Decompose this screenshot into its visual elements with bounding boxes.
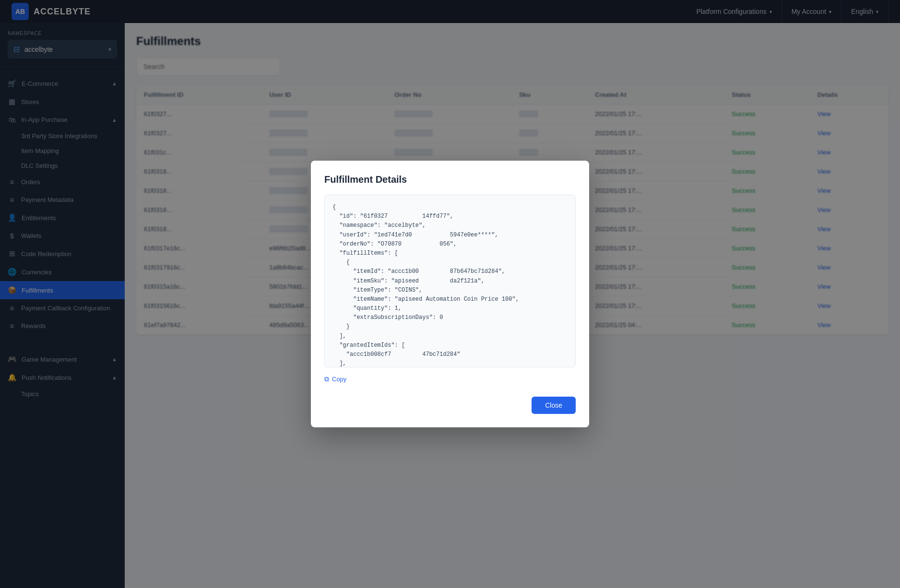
copy-icon: ⧉ [324, 375, 329, 383]
fulfillment-details-modal: Fulfillment Details { "id": "61f0327 14f… [311, 161, 589, 427]
modal-title: Fulfillment Details [324, 174, 576, 185]
copy-button[interactable]: ⧉ Copy [324, 373, 346, 385]
modal-json-content: { "id": "61f0327 14ffd77", "namespace": … [324, 195, 576, 367]
copy-label: Copy [332, 376, 346, 383]
close-button[interactable]: Close [532, 397, 576, 414]
modal-footer: Close [324, 397, 576, 414]
modal-overlay[interactable]: Fulfillment Details { "id": "61f0327 14f… [0, 0, 900, 588]
